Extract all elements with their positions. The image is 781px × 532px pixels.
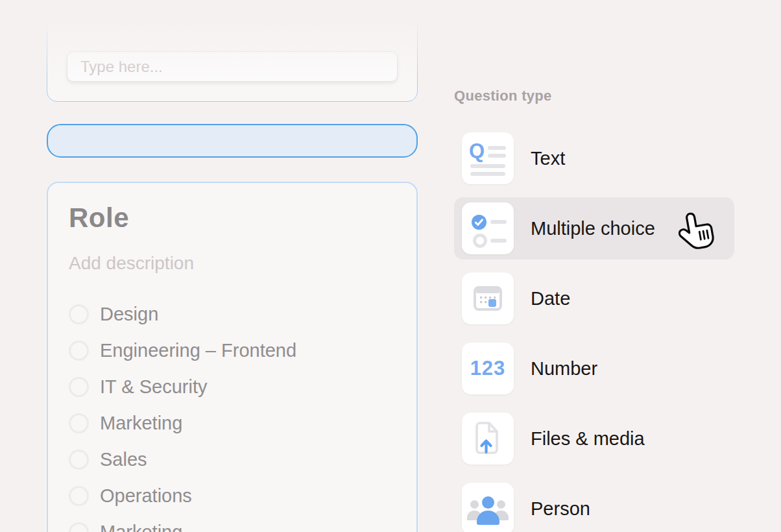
question-description-placeholder[interactable]: Add description xyxy=(69,253,396,274)
question-type-label: Person xyxy=(531,498,590,520)
radio-option-label: IT & Security xyxy=(100,376,207,398)
text-question-card xyxy=(47,0,418,102)
radio-circle-icon[interactable] xyxy=(69,450,89,470)
question-type-item-files-media[interactable]: Files & media xyxy=(454,407,734,470)
text-question-icon: Q xyxy=(462,132,514,184)
question-type-item-text[interactable]: Q Text xyxy=(454,127,734,189)
radio-circle-icon[interactable] xyxy=(69,304,89,324)
radio-circle-icon[interactable] xyxy=(69,486,89,506)
question-title[interactable]: Role xyxy=(69,202,396,234)
checked-circle-icon xyxy=(472,215,487,230)
radio-option[interactable]: Operations xyxy=(69,478,396,514)
choice-line-icon xyxy=(490,220,507,224)
unchecked-circle-icon xyxy=(473,234,487,248)
radio-option[interactable]: Marketing xyxy=(69,514,396,532)
question-type-label: Date xyxy=(531,288,570,309)
question-type-label: Multiple choice xyxy=(531,218,655,239)
radio-option-label: Marketing xyxy=(100,522,182,532)
text-answer-input[interactable] xyxy=(67,51,398,82)
radio-circle-icon[interactable] xyxy=(69,377,89,397)
question-type-label: Text xyxy=(531,148,565,169)
text-line-icon xyxy=(488,146,506,150)
text-line-icon xyxy=(470,172,505,176)
question-type-item-date[interactable]: Date xyxy=(454,267,734,330)
person-icon xyxy=(462,483,514,532)
radio-option[interactable]: Design xyxy=(69,296,396,332)
form-builder-screen: Role Add description Design Engineering … xyxy=(0,0,781,532)
radio-option[interactable]: IT & Security xyxy=(69,369,396,405)
person-side-head-icon xyxy=(470,500,479,509)
file-upload-glyph-icon xyxy=(475,421,501,456)
radio-option[interactable]: Sales xyxy=(69,441,396,478)
files-media-icon xyxy=(462,413,514,465)
radio-option-label: Engineering – Frontend xyxy=(100,340,296,361)
radio-option[interactable]: Engineering – Frontend xyxy=(69,332,396,369)
radio-option-label: Design xyxy=(100,304,158,325)
question-type-item-person[interactable]: Person xyxy=(454,478,734,532)
question-type-item-multiple-choice[interactable]: Multiple choice xyxy=(454,197,734,260)
radio-circle-icon[interactable] xyxy=(69,413,89,433)
question-type-item-number[interactable]: 123 Number xyxy=(454,337,734,400)
radio-option-list: Design Engineering – Frontend IT & Secur… xyxy=(69,296,396,532)
text-line-icon xyxy=(488,154,506,158)
multiple-choice-icon xyxy=(462,202,514,254)
person-center-head-icon xyxy=(482,496,494,509)
question-type-panel-title: Question type xyxy=(454,88,552,104)
radio-option[interactable]: Marketing xyxy=(69,405,396,441)
question-type-label: Files & media xyxy=(531,428,645,450)
choice-line-icon xyxy=(490,239,507,243)
selected-empty-question-block[interactable] xyxy=(47,124,418,158)
number-123-glyph: 123 xyxy=(462,343,514,394)
radio-circle-icon[interactable] xyxy=(69,522,89,532)
person-side-head-icon xyxy=(497,500,505,509)
calendar-glyph-icon xyxy=(474,285,502,311)
role-question-card: Role Add description Design Engineering … xyxy=(47,182,418,532)
question-type-label: Number xyxy=(531,358,597,380)
q-letter-glyph: Q xyxy=(469,139,485,163)
radio-option-label: Marketing xyxy=(100,413,182,434)
text-line-icon xyxy=(470,164,505,168)
radio-circle-icon[interactable] xyxy=(69,341,89,361)
date-icon xyxy=(462,272,514,324)
radio-option-label: Operations xyxy=(100,485,192,507)
radio-option-label: Sales xyxy=(100,449,147,470)
number-icon: 123 xyxy=(462,343,514,394)
